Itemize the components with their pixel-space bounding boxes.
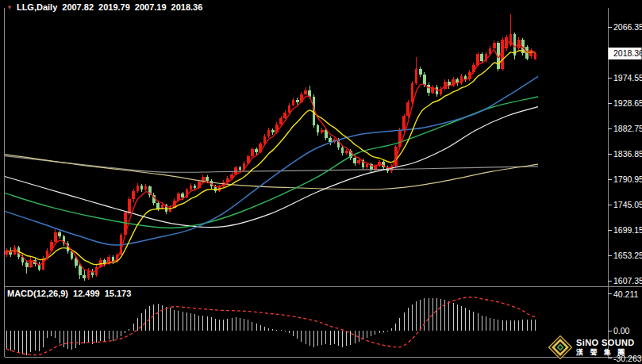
chart-window: 2066.351974.551928.651882.751836.851790.…	[0, 0, 642, 364]
quote-line: ▼LLG,Daily2007.822019.792007.192018.36	[6, 2, 207, 12]
price-tick-label: 2066.35	[613, 22, 642, 32]
fast-ma-layer	[6, 40, 535, 272]
ma-red	[6, 40, 535, 272]
macd-signal-line	[6, 297, 535, 355]
borders-layer	[5, 8, 642, 358]
ma-white	[5, 107, 538, 228]
ma-green	[5, 97, 538, 228]
price-tick-label: 1653.25	[613, 251, 642, 260]
price-tick-label: 1882.75	[613, 124, 642, 133]
ma-gray	[5, 156, 538, 173]
ma-blue	[5, 76, 538, 245]
price-tick-label: 1607.35	[613, 276, 642, 285]
quote-high: 2019.79	[98, 2, 130, 12]
price-tick-label: 1836.85	[613, 149, 642, 159]
indicator-label: MACD(12,26,9)12.49915.173	[7, 289, 136, 298]
logo-text-cn: 漢 聲 集 團	[576, 349, 635, 356]
broker-logo: SiNO SOUND 漢 聲 集 團	[548, 335, 635, 359]
indicator-name: MACD(12,26,9)	[7, 289, 68, 298]
macd-tick-label: 0.00	[613, 326, 630, 335]
ma-tan	[5, 155, 538, 190]
chart-canvas[interactable]: 2066.351974.551928.651882.751836.851790.…	[0, 0, 642, 364]
price-axis[interactable]: 2066.351974.551928.651882.751836.851790.…	[608, 22, 642, 285]
quote-low: 2007.19	[135, 2, 167, 12]
diamond-logo-icon	[548, 335, 572, 359]
indicator-main-value: 12.499	[73, 289, 100, 298]
ma-yellow	[6, 51, 535, 265]
indicator-signal-value: 15.173	[105, 289, 132, 298]
logo-text-en: SiNO SOUND	[576, 339, 635, 348]
price-tick-label: 1974.55	[613, 73, 642, 82]
quote-open: 2007.82	[62, 2, 94, 12]
current-price-label: 2018.36	[613, 48, 642, 58]
quote-close: 2018.36	[171, 2, 203, 12]
candles-layer	[5, 14, 536, 281]
symbol-dropdown-icon[interactable]: ▼	[6, 4, 13, 11]
symbol-label: LLG,Daily	[17, 2, 57, 12]
macd-tick-label: 40.211	[613, 289, 638, 299]
price-tick-label: 1699.15	[613, 225, 642, 235]
price-tick-label: 1928.65	[613, 98, 642, 108]
macd-layer	[6, 297, 535, 355]
slow-ma-layer	[5, 76, 538, 245]
price-tick-label: 1745.05	[613, 200, 642, 209]
price-tick-label: 1790.95	[613, 174, 642, 184]
